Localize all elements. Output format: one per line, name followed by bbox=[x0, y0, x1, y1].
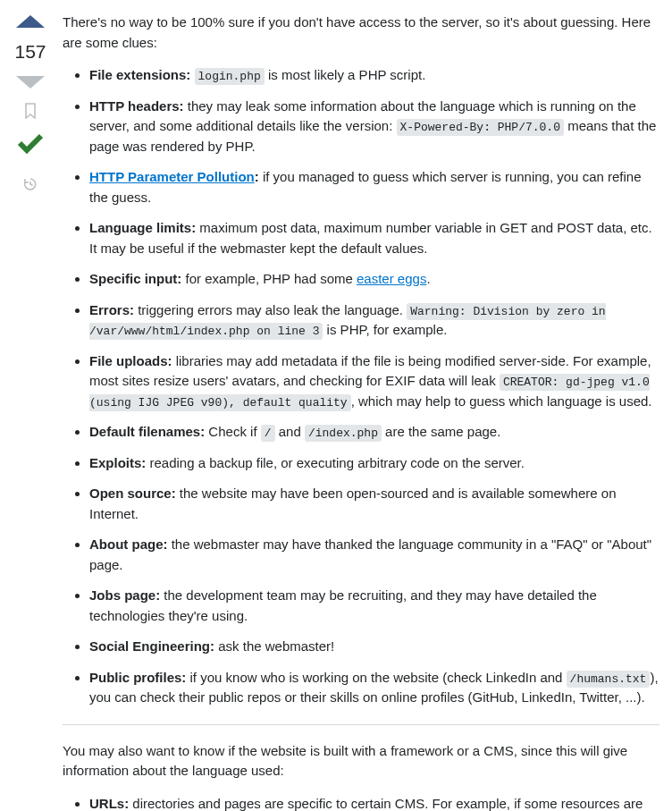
clue-text: ask the webmaster! bbox=[214, 638, 334, 654]
bookmark-button[interactable] bbox=[14, 98, 46, 123]
list-item: HTTP Parameter Pollution: if you managed… bbox=[89, 167, 659, 207]
clue-text: are the same page. bbox=[382, 424, 500, 439]
clue-label: Errors: bbox=[89, 302, 134, 317]
code-snippet: X-Powered-By: PHP/7.0.0 bbox=[397, 119, 564, 136]
clue-text: triggering errors may also leak the lang… bbox=[134, 302, 407, 317]
clue-text: reading a backup file, or executing arbi… bbox=[146, 455, 525, 470]
code-snippet: /humans.txt bbox=[567, 671, 651, 688]
history-icon bbox=[22, 176, 38, 192]
section2-intro: You may also want to know if the website… bbox=[63, 741, 659, 781]
intro-text: There's no way to be 100% sure if you do… bbox=[63, 13, 659, 53]
clue-label: Social Engineering: bbox=[89, 638, 214, 654]
vote-column: 157 bbox=[13, 13, 48, 811]
list-item: File extensions: login.php is most likel… bbox=[89, 65, 659, 86]
list-item: Public profiles: if you know who is work… bbox=[89, 668, 659, 708]
list-item: File uploads: libraries may add metadata… bbox=[89, 351, 659, 412]
downvote-button[interactable] bbox=[14, 73, 46, 91]
list-item: Jobs page: the development team may be r… bbox=[89, 586, 659, 626]
clue-label: Exploits: bbox=[89, 455, 146, 470]
accepted-icon bbox=[16, 132, 45, 154]
clue-text: , which may help to guess which language… bbox=[351, 393, 652, 409]
upvote-icon bbox=[14, 13, 46, 30]
section-divider bbox=[63, 724, 659, 725]
answer-body: There's no way to be 100% sure if you do… bbox=[63, 13, 659, 811]
list-item: Exploits: reading a backup file, or exec… bbox=[89, 453, 659, 474]
clue-text bbox=[190, 67, 194, 82]
upvote-button[interactable] bbox=[14, 13, 46, 30]
clue-text: if you know who is working on the websit… bbox=[186, 670, 566, 685]
clue-label: Open source: bbox=[89, 486, 176, 501]
bookmark-icon bbox=[23, 103, 38, 119]
clue-text: Check if bbox=[205, 424, 261, 439]
list-item: HTTP headers: they may leak some informa… bbox=[89, 97, 659, 157]
list-item: Open source: the website may have been o… bbox=[89, 484, 659, 524]
list-item: About page: the webmaster may have thank… bbox=[89, 535, 659, 575]
code-snippet: login.php bbox=[195, 68, 265, 85]
vote-count: 157 bbox=[14, 38, 46, 66]
clue-text: for example, PHP had some bbox=[181, 271, 357, 286]
clue-label: HTTP headers: bbox=[89, 98, 184, 114]
clue-label: File extensions: bbox=[89, 67, 190, 82]
clue-label: Language limits: bbox=[89, 220, 196, 235]
clue-label: Default filenames: bbox=[89, 424, 205, 439]
clue-text: is most likely a PHP script. bbox=[265, 67, 426, 82]
clue-label: URLs: bbox=[89, 796, 129, 811]
downvote-icon bbox=[14, 74, 46, 90]
code-snippet: / bbox=[261, 425, 275, 442]
clue-label: Public profiles: bbox=[89, 670, 186, 685]
clue-text: the development team may be recruiting, … bbox=[89, 587, 597, 623]
clue-text: . bbox=[426, 271, 430, 286]
clue-label: About page: bbox=[89, 536, 168, 552]
easter-eggs-link[interactable]: easter eggs bbox=[357, 271, 426, 286]
list-item: Social Engineering: ask the webmaster! bbox=[89, 637, 659, 657]
clues-list: File extensions: login.php is most likel… bbox=[63, 65, 659, 708]
clue-text: and bbox=[275, 424, 305, 439]
section2-list: URLs: directories and pages are specific… bbox=[63, 794, 659, 812]
clue-label: Specific input: bbox=[89, 271, 181, 286]
code-snippet: /index.php bbox=[305, 425, 382, 442]
http-parameter-pollution-link[interactable]: HTTP Parameter Pollution bbox=[89, 169, 255, 184]
list-item: Specific input: for example, PHP had som… bbox=[89, 269, 659, 290]
clue-text: directories and pages are specific to ce… bbox=[89, 796, 643, 812]
list-item: Errors: triggering errors may also leak … bbox=[89, 300, 659, 341]
list-item: URLs: directories and pages are specific… bbox=[89, 794, 659, 812]
accepted-answer bbox=[14, 131, 46, 156]
clue-label: File uploads: bbox=[89, 353, 172, 368]
clue-text: the webmaster may have thanked the langu… bbox=[89, 536, 651, 572]
clue-label: Jobs page: bbox=[89, 587, 160, 603]
list-item: Default filenames: Check if / and /index… bbox=[89, 422, 659, 443]
clue-text: is PHP, for example. bbox=[323, 322, 447, 337]
history-button[interactable] bbox=[14, 172, 46, 197]
list-item: Language limits: maximum post data, maxi… bbox=[89, 218, 659, 258]
